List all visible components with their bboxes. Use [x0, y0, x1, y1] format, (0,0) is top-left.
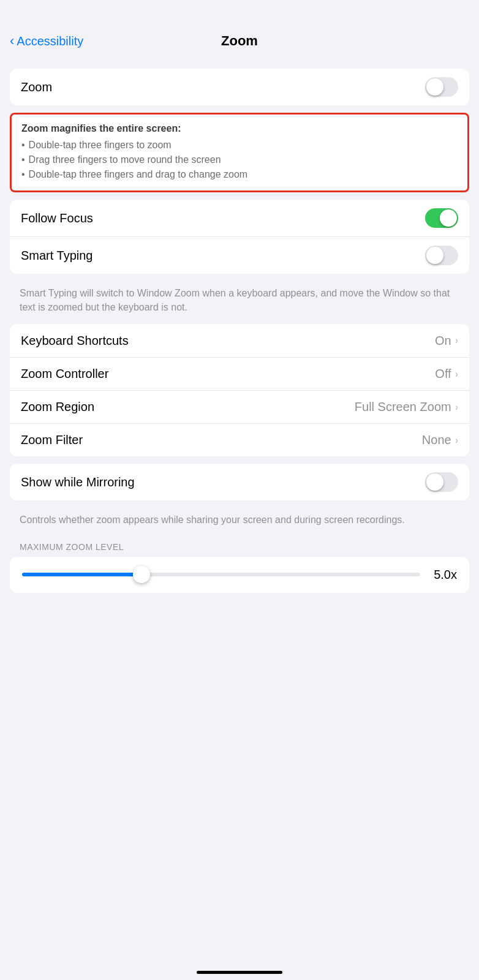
- info-box-item-2: Drag three fingers to move round the scr…: [21, 153, 458, 167]
- follow-focus-label: Follow Focus: [21, 211, 93, 225]
- keyboard-shortcuts-chevron-icon: ›: [455, 335, 458, 346]
- zoom-label: Zoom: [21, 80, 52, 94]
- header: ‹ Accessibility Zoom: [0, 0, 479, 59]
- zoom-region-label: Zoom Region: [21, 400, 94, 414]
- zoom-card: Zoom: [10, 69, 469, 105]
- zoom-info-box: Zoom magnifies the entire screen: Double…: [10, 113, 469, 192]
- zoom-region-value-text: Full Screen Zoom: [355, 400, 451, 414]
- smart-typing-row: Smart Typing: [10, 236, 469, 274]
- keyboard-shortcuts-value-text: On: [435, 334, 451, 348]
- keyboard-shortcuts-row[interactable]: Keyboard Shortcuts On ›: [10, 324, 469, 357]
- smart-typing-toggle-knob: [426, 247, 443, 264]
- back-chevron-icon: ‹: [10, 34, 14, 48]
- mirroring-toggle[interactable]: [425, 472, 458, 492]
- zoom-controller-value-text: Off: [435, 367, 451, 381]
- zoom-level-section-label: MAXIMUM ZOOM LEVEL: [0, 537, 479, 557]
- follow-focus-toggle[interactable]: [425, 208, 458, 228]
- zoom-toggle[interactable]: [425, 77, 458, 97]
- settings-card: Keyboard Shortcuts On › Zoom Controller …: [10, 324, 469, 456]
- slider-thumb[interactable]: [133, 566, 150, 583]
- zoom-filter-value-text: None: [422, 433, 451, 447]
- zoom-filter-chevron-icon: ›: [455, 435, 458, 446]
- mirroring-toggle-knob: [426, 473, 443, 491]
- zoom-region-row[interactable]: Zoom Region Full Screen Zoom ›: [10, 390, 469, 423]
- mirroring-label: Show while Mirroring: [21, 475, 135, 489]
- slider-value: 5.0x: [430, 568, 457, 582]
- zoom-controller-chevron-icon: ›: [455, 369, 458, 380]
- zoom-level-slider-card: 5.0x: [10, 557, 469, 593]
- mirroring-card: Show while Mirroring: [10, 464, 469, 500]
- zoom-toggle-knob: [426, 78, 443, 96]
- info-box-item-3: Double-tap three fingers and drag to cha…: [21, 167, 458, 182]
- back-button[interactable]: ‹ Accessibility: [10, 34, 83, 48]
- zoom-filter-label: Zoom Filter: [21, 433, 83, 447]
- info-box-item-1: Double-tap three fingers to zoom: [21, 138, 458, 153]
- slider-fill: [22, 573, 141, 576]
- zoom-region-chevron-icon: ›: [455, 402, 458, 413]
- mirroring-row: Show while Mirroring: [10, 464, 469, 500]
- focus-typing-card: Follow Focus Smart Typing: [10, 200, 469, 274]
- zoom-filter-value: None ›: [422, 433, 458, 447]
- page-title: Zoom: [221, 33, 258, 49]
- back-label: Accessibility: [17, 34, 83, 48]
- zoom-row: Zoom: [10, 69, 469, 105]
- slider-track: [22, 573, 420, 576]
- zoom-controller-value: Off ›: [435, 367, 458, 381]
- smart-typing-description: Smart Typing will switch to Window Zoom …: [0, 281, 479, 324]
- keyboard-shortcuts-value: On ›: [435, 334, 458, 348]
- follow-focus-toggle-knob: [440, 209, 457, 227]
- follow-focus-row: Follow Focus: [10, 200, 469, 236]
- zoom-controller-row[interactable]: Zoom Controller Off ›: [10, 357, 469, 390]
- content: Zoom Zoom magnifies the entire screen: D…: [0, 59, 479, 610]
- smart-typing-label: Smart Typing: [21, 249, 92, 263]
- home-indicator: [197, 971, 282, 974]
- smart-typing-toggle[interactable]: [425, 246, 458, 265]
- mirroring-description: Controls whether zoom appears while shar…: [0, 508, 479, 537]
- zoom-region-value: Full Screen Zoom ›: [355, 400, 458, 414]
- zoom-controller-label: Zoom Controller: [21, 367, 108, 381]
- keyboard-shortcuts-label: Keyboard Shortcuts: [21, 334, 129, 348]
- zoom-filter-row[interactable]: Zoom Filter None ›: [10, 423, 469, 456]
- info-box-title: Zoom magnifies the entire screen:: [21, 123, 458, 134]
